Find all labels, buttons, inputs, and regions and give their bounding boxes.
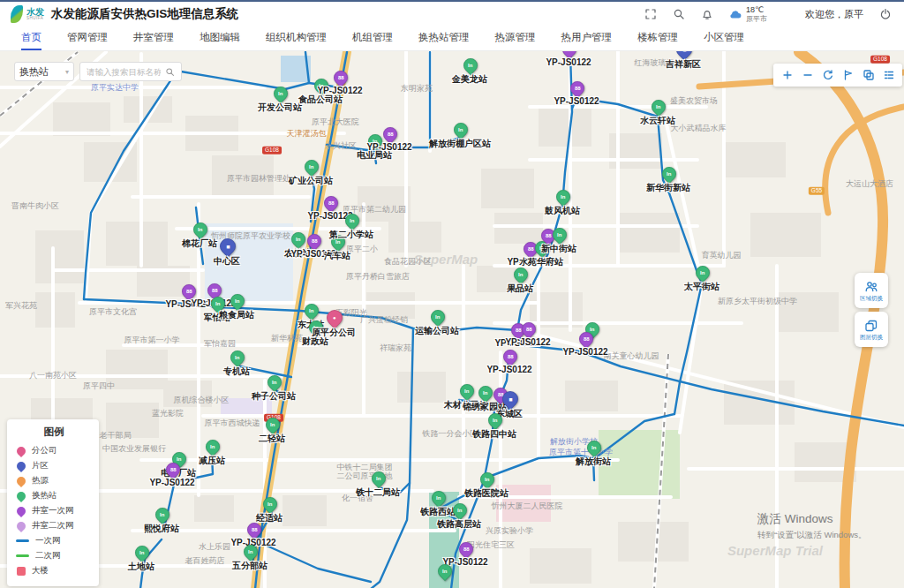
map-provider-watermark: SuperMap Trial — [727, 543, 823, 558]
tab-小区管理[interactable]: 小区管理 — [704, 26, 744, 50]
legend-item-片区: 片区 — [16, 458, 92, 473]
page-title: 水发能源盾安供热GIS地理信息系统 — [51, 6, 238, 22]
layers-icon[interactable] — [862, 68, 876, 82]
tab-机组管理[interactable]: 机组管理 — [352, 26, 393, 50]
side-button-图层切换[interactable]: 图层切换 — [855, 312, 888, 347]
road-badge-G108: G108 — [870, 56, 890, 64]
legend-item-分公司: 分公司 — [16, 443, 92, 458]
measure-icon[interactable] — [841, 68, 855, 82]
map-toolbar — [773, 64, 902, 87]
map-search-bar: 换热站 ▾ — [14, 62, 182, 81]
legend-item-一次网: 一次网 — [16, 533, 92, 548]
tab-组织机构管理[interactable]: 组织机构管理 — [266, 26, 327, 50]
legend-item-换热站: 换热站 — [16, 488, 92, 503]
reset-icon[interactable] — [821, 68, 835, 82]
app-logo: 水发 SHUIFA — [11, 5, 44, 23]
weather-widget: 18℃ 原平市 — [728, 5, 767, 23]
bell-icon[interactable] — [700, 8, 713, 21]
map-provider-watermark: SuperMap — [414, 252, 478, 267]
zoom-out-icon[interactable] — [801, 68, 815, 82]
search-input-wrap — [79, 62, 182, 81]
legend-item-井室二次网: 井室二次网 — [16, 518, 92, 533]
side-button-区域切换[interactable]: 区域切换 — [855, 273, 888, 308]
tab-换热站管理[interactable]: 换热站管理 — [418, 26, 470, 50]
tab-热用户管理[interactable]: 热用户管理 — [561, 26, 613, 50]
legend-item-井室一次网: 井室一次网 — [16, 503, 92, 518]
tab-井室管理[interactable]: 井室管理 — [133, 26, 174, 50]
logout-icon[interactable] — [878, 8, 892, 21]
legend-item-大楼: 大楼 — [16, 563, 92, 578]
search-input[interactable] — [85, 66, 162, 78]
tab-首页[interactable]: 首页 — [21, 26, 41, 50]
search-icon[interactable] — [165, 67, 175, 77]
search-category-value: 换热站 — [19, 65, 49, 79]
legend-panel: 图例 分公司片区热源换热站井室一次网井室二次网一次网二次网大楼 — [7, 419, 99, 586]
weather-city: 原平市 — [746, 15, 767, 23]
tab-管网管理[interactable]: 管网管理 — [67, 26, 108, 50]
nav-tabs: 首页管网管理井室管理地图编辑组织机构管理机组管理换热站管理热源管理热用户管理楼栋… — [0, 26, 904, 51]
weather-temp: 18℃ — [746, 5, 767, 14]
tab-楼栋管理[interactable]: 楼栋管理 — [637, 26, 678, 50]
legend-list-icon[interactable] — [882, 68, 896, 82]
road-badge-G108: G108 — [262, 147, 282, 155]
map-canvas[interactable]: 原平实达中学天津灌汤包原平北大医院东明家苑永兴社区原平市园林管理处原平市第二幼儿… — [0, 51, 904, 588]
logo-leaf-icon — [11, 5, 23, 23]
fullscreen-icon[interactable] — [644, 8, 657, 21]
road-badge-G55: G55 — [809, 187, 825, 195]
tab-地图编辑[interactable]: 地图编辑 — [200, 26, 240, 50]
welcome-text: 欢迎您，原平 — [805, 8, 863, 21]
search-icon[interactable] — [672, 8, 685, 21]
search-category-select[interactable]: 换热站 ▾ — [14, 62, 74, 81]
chevron-down-icon: ▾ — [65, 68, 69, 76]
legend-item-二次网: 二次网 — [16, 548, 92, 563]
legend-title: 图例 — [16, 426, 92, 439]
tab-热源管理[interactable]: 热源管理 — [495, 26, 536, 50]
app-header: 水发 SHUIFA 水发能源盾安供热GIS地理信息系统 18℃ 原平市 欢迎您，… — [0, 2, 904, 26]
legend-item-热源: 热源 — [16, 473, 92, 488]
zoom-in-icon[interactable] — [780, 68, 795, 82]
logo-subtext: SHUIFA — [26, 17, 44, 21]
cloud-icon — [728, 7, 742, 21]
